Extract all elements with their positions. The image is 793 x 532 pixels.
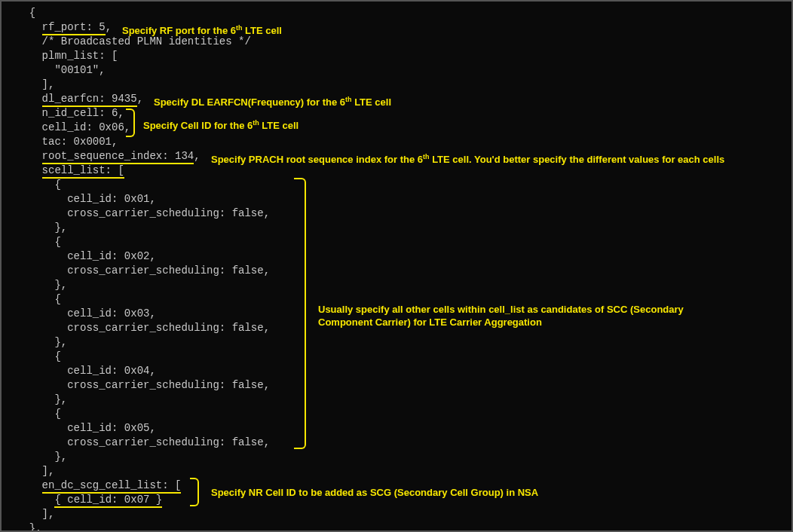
- code-line-root-seq: root_sequence_index: 134, Specify PRACH …: [2, 149, 791, 164]
- code-line: cross_carrier_scheduling: false,: [2, 436, 791, 450]
- code-line: {: [2, 235, 791, 249]
- code-line: ],: [2, 464, 791, 478]
- code-line: {: [2, 6, 791, 20]
- code-line: tac: 0x0001,: [2, 135, 791, 149]
- code-line: cross_carrier_scheduling: false,: [2, 378, 791, 393]
- code-line: cross_carrier_scheduling: false,: [2, 206, 791, 221]
- code-line: },: [2, 335, 791, 350]
- code-line: },: [2, 393, 791, 407]
- code-line: },: [2, 221, 791, 235]
- code-line-rf-port: rf_port: 5, Specify RF port for the 6th …: [2, 20, 791, 35]
- code-line: cross_carrier_scheduling: false,: [2, 264, 791, 278]
- code-line: /* Broadcasted PLMN identities */: [2, 35, 791, 49]
- bracket-cell-id: [126, 109, 135, 137]
- code-line: n_id_cell: 6,: [2, 106, 791, 121]
- bracket-scg: [190, 478, 199, 506]
- code-line: },: [2, 278, 791, 292]
- annotation-cell-id: Specify Cell ID for the 6th LTE cell: [143, 116, 299, 133]
- code-line: cell_id: 0x05,: [2, 421, 791, 436]
- annotation-scg: Specify NR Cell ID to be added as SCG (S…: [211, 485, 538, 500]
- code-line: ],: [2, 78, 791, 92]
- code-block: { rf_port: 5, Specify RF port for the 6t…: [2, 2, 791, 532]
- code-line: },: [2, 450, 791, 464]
- bracket-scell: [294, 178, 306, 449]
- annotation-scell: Usually specify all other cells within c…: [318, 303, 710, 329]
- code-line-dl-earfcn: dl_earfcn: 9435, Specify DL EARFCN(Frequ…: [2, 92, 791, 106]
- code-line: cell_id: 0x01,: [2, 192, 791, 206]
- code-line: },: [2, 521, 791, 532]
- code-line: cell_id: 0x02,: [2, 249, 791, 264]
- code-line: cell_id: 0x06,: [2, 121, 791, 135]
- code-line: {: [2, 178, 791, 192]
- code-line: plmn_list: [: [2, 49, 791, 63]
- code-line-scell-list: scell_list: [: [2, 164, 791, 178]
- code-line: "00101",: [2, 63, 791, 78]
- code-line: cell_id: 0x04,: [2, 364, 791, 378]
- code-line: {: [2, 350, 791, 364]
- code-line: ],: [2, 507, 791, 521]
- code-line: {: [2, 407, 791, 421]
